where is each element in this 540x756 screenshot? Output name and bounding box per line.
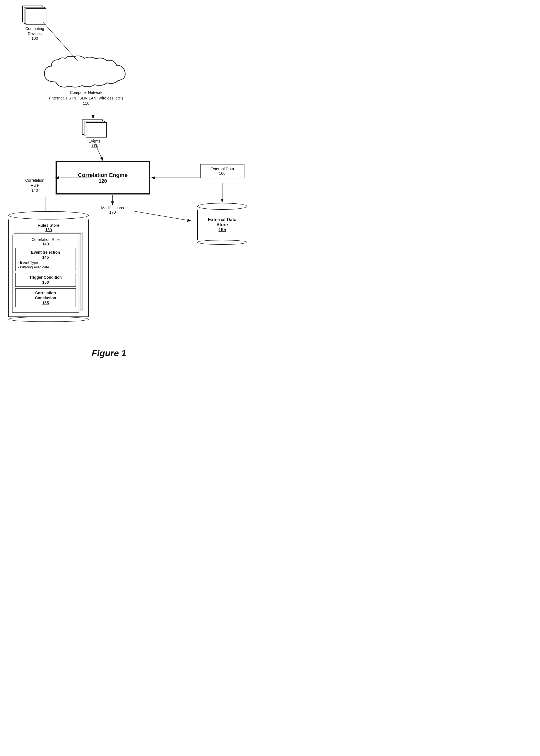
- correlation-engine: Correlation Engine 120: [56, 161, 150, 195]
- ext-store-number: 165: [218, 227, 226, 232]
- events-label: Events: [78, 139, 111, 144]
- svg-line-9: [134, 211, 191, 221]
- modifications: Modifications 170: [92, 206, 133, 215]
- correlation-engine-number: 120: [99, 178, 107, 184]
- ext-store-cylinder-body: External Data Store 165: [197, 210, 247, 240]
- rules-store: Rules Store 130 Correlation Rule 140 Eve…: [6, 211, 92, 322]
- computing-devices-label: Computing Devices: [17, 26, 53, 36]
- computing-devices-icon: [22, 6, 47, 25]
- trigger-condition-section: Trigger Condition 150: [15, 273, 76, 287]
- event-selection-title: Event Selection: [31, 250, 60, 254]
- cylinder-top: [8, 211, 89, 220]
- correlation-engine-title: Correlation Engine: [78, 172, 128, 178]
- computer-network: Computer Network (Internet, PSTN, ISDN,L…: [28, 56, 144, 106]
- events-box: Events 115: [78, 119, 111, 148]
- filtering-predicate-item: - Filtering Predicate: [18, 265, 73, 269]
- event-selection-section: Event Selection 145 - Event Type - Filte…: [15, 248, 76, 271]
- correlation-rule-outer-label: Correlation Rule 140: [18, 178, 52, 193]
- cylinder-bottom: [8, 316, 89, 322]
- event-type-item: - Event Type: [18, 260, 73, 264]
- external-data-label: External Data: [203, 167, 242, 171]
- events-number: 115: [78, 144, 111, 148]
- rules-store-label: Rules Store 130: [12, 223, 85, 232]
- modifications-label: Modifications: [92, 206, 133, 210]
- ext-store-title: External Data Store: [208, 217, 236, 227]
- external-data-number: 160: [203, 171, 242, 176]
- ext-store-cylinder-top: [197, 203, 247, 210]
- trigger-condition-number: 150: [42, 280, 49, 284]
- external-data-store: External Data Store 165: [192, 203, 253, 245]
- external-data: External Data 160: [200, 164, 244, 178]
- ext-store-cylinder-bottom: [197, 240, 247, 245]
- event-selection-number: 145: [42, 255, 49, 259]
- computing-devices-number: 100: [17, 36, 53, 41]
- trigger-condition-title: Trigger Condition: [30, 275, 62, 279]
- computing-devices: Computing Devices 100: [17, 6, 53, 41]
- modifications-number: 170: [92, 210, 133, 215]
- cloud-icon: [39, 56, 133, 89]
- cylinder-body: Rules Store 130 Correlation Rule 140 Eve…: [8, 220, 89, 317]
- events-icon: [82, 119, 107, 138]
- card-corr-rule-title: Correlation Rule: [15, 237, 76, 242]
- correlation-conclusion-number: 155: [42, 301, 49, 305]
- network-label: Computer Network (Internet, PSTN, ISDN,L…: [28, 90, 144, 106]
- figure-label: Figure 1: [92, 348, 126, 359]
- correlation-conclusion-title: Correlation Conclusion: [35, 291, 56, 300]
- correlation-conclusion-section: Correlation Conclusion 155: [15, 288, 76, 307]
- card-corr-rule-number: 140: [15, 242, 76, 246]
